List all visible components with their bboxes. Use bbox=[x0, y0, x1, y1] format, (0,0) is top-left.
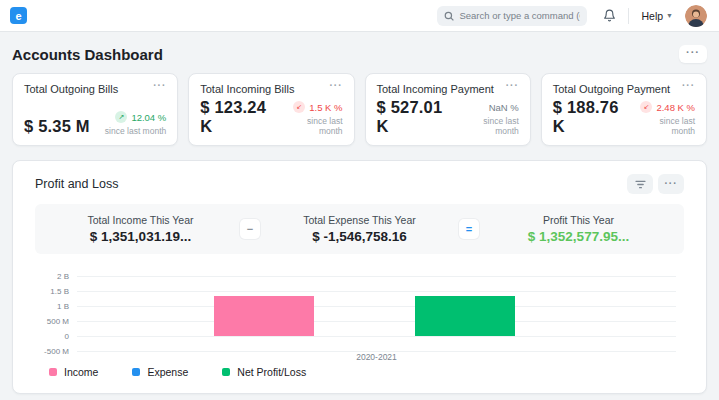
trend-percentage: 2.48 K % bbox=[656, 102, 695, 113]
summary-stat-label: Total Expense This Year bbox=[260, 214, 459, 226]
chart-legend: Income Expense Net Profit/Loss bbox=[13, 364, 706, 378]
page-header: Accounts Dashboard ··· bbox=[0, 32, 719, 73]
help-label: Help bbox=[641, 10, 663, 22]
filter-icon bbox=[635, 180, 646, 189]
nav-divider bbox=[628, 8, 629, 24]
trend-percentage: 12.04 % bbox=[131, 112, 166, 123]
minus-operator-icon: − bbox=[240, 219, 260, 239]
comparison-period-label: since last month bbox=[282, 116, 343, 136]
legend-label: Expense bbox=[147, 366, 188, 378]
stat-card-value: $ 123.24 K bbox=[200, 98, 282, 136]
summary-stat-label: Total Income This Year bbox=[41, 214, 240, 226]
stat-card[interactable]: Total Incoming Payment ··· $ 527.01 K Na… bbox=[365, 73, 531, 146]
legend-swatch-icon bbox=[49, 368, 57, 376]
y-axis-tick-label: 1.5 B bbox=[13, 287, 69, 296]
legend-swatch-icon bbox=[222, 368, 230, 376]
help-menu[interactable]: Help ▼ bbox=[641, 10, 673, 22]
summary-stat-value: $ -1,546,758.16 bbox=[260, 229, 459, 244]
top-navbar: e Search or type a command (Ctrl + G) He… bbox=[0, 0, 719, 32]
legend-item[interactable]: Income bbox=[49, 366, 98, 378]
legend-label: Net Profit/Loss bbox=[237, 366, 306, 378]
gridline bbox=[77, 306, 676, 307]
summary-stat: Total Expense This Year$ -1,546,758.16 bbox=[260, 214, 459, 244]
summary-stat-value: $ 1,352,577.95... bbox=[479, 229, 678, 244]
trend-arrow-icon: ↙ bbox=[293, 101, 305, 113]
trend-arrow-icon: ↗ bbox=[115, 111, 127, 123]
profit-loss-card: Profit and Loss ··· Total Income This Ye… bbox=[12, 160, 707, 394]
equals-operator-icon: = bbox=[459, 219, 479, 239]
stat-card-title: Total Incoming Bills bbox=[200, 83, 294, 95]
legend-swatch-icon bbox=[132, 368, 140, 376]
card-menu-icon[interactable]: ··· bbox=[153, 83, 166, 89]
stat-card-value: $ 527.01 K bbox=[377, 98, 459, 136]
trend-percentage: 1.5 K % bbox=[309, 102, 342, 113]
stat-cards-row: Total Outgoing Bills ··· $ 5.35 M ↗ 12.0… bbox=[0, 73, 719, 146]
page-title: Accounts Dashboard bbox=[12, 46, 163, 63]
user-avatar[interactable] bbox=[685, 5, 707, 27]
gridline bbox=[77, 321, 676, 322]
chart-title: Profit and Loss bbox=[35, 177, 118, 191]
stat-card-value: $ 5.35 M bbox=[24, 117, 90, 136]
trend-percentage: NaN % bbox=[489, 102, 519, 113]
trend-indicator: ↙ 1.5 K % bbox=[282, 101, 343, 113]
notifications-bell-icon[interactable] bbox=[603, 9, 616, 22]
gridline bbox=[77, 276, 676, 277]
stat-card-title: Total Outgoing Payment bbox=[553, 83, 670, 95]
chart-filter-button[interactable] bbox=[627, 174, 653, 194]
bar-chart: 2020-2021 2 B1.5 B1 B500 M0-500 M bbox=[13, 270, 698, 364]
comparison-period-label: since last month bbox=[458, 116, 519, 136]
bar-net-profit-loss[interactable] bbox=[415, 296, 516, 337]
stat-card[interactable]: Total Incoming Bills ··· $ 123.24 K ↙ 1.… bbox=[188, 73, 354, 146]
summary-stat: Total Income This Year$ 1,351,031.19... bbox=[41, 214, 240, 244]
chart-plot bbox=[77, 276, 676, 351]
y-axis-tick-label: 0 bbox=[13, 332, 69, 341]
summary-stat-value: $ 1,351,031.19... bbox=[41, 229, 240, 244]
y-axis-tick-label: 1 B bbox=[13, 302, 69, 311]
ellipsis-icon: ··· bbox=[665, 182, 678, 186]
chevron-down-icon: ▼ bbox=[666, 12, 673, 19]
gridline bbox=[77, 291, 676, 292]
chart-summary-band: Total Income This Year$ 1,351,031.19...−… bbox=[35, 204, 684, 254]
legend-item[interactable]: Net Profit/Loss bbox=[222, 366, 306, 378]
y-axis-tick-label: -500 M bbox=[13, 347, 69, 356]
stat-card[interactable]: Total Outgoing Payment ··· $ 188.76 K ↙ … bbox=[541, 73, 707, 146]
search-icon bbox=[444, 11, 454, 21]
app-logo[interactable]: e bbox=[10, 7, 27, 24]
legend-label: Income bbox=[64, 366, 98, 378]
comparison-period-label: since last month bbox=[105, 126, 166, 136]
bar-income[interactable] bbox=[214, 296, 315, 337]
summary-stat-label: Profit This Year bbox=[479, 214, 678, 226]
card-menu-icon[interactable]: ··· bbox=[682, 83, 695, 89]
stat-card-title: Total Incoming Payment bbox=[377, 83, 494, 95]
trend-arrow-icon: ↙ bbox=[640, 101, 652, 113]
trend-indicator: ↙ 2.48 K % bbox=[634, 101, 695, 113]
legend-item[interactable]: Expense bbox=[132, 366, 188, 378]
x-axis-label: 2020-2021 bbox=[77, 352, 676, 362]
summary-stat: Profit This Year$ 1,352,577.95... bbox=[479, 214, 678, 244]
comparison-period-label: since last month bbox=[634, 116, 695, 136]
chart-menu-button[interactable]: ··· bbox=[658, 174, 684, 194]
trend-indicator: NaN % bbox=[458, 102, 519, 113]
stat-card[interactable]: Total Outgoing Bills ··· $ 5.35 M ↗ 12.0… bbox=[12, 73, 178, 146]
y-axis-tick-label: 2 B bbox=[13, 272, 69, 281]
card-menu-icon[interactable]: ··· bbox=[506, 83, 519, 89]
y-axis-tick-label: 500 M bbox=[13, 317, 69, 326]
stat-card-value: $ 188.76 K bbox=[553, 98, 635, 136]
trend-indicator: ↗ 12.04 % bbox=[105, 111, 166, 123]
gridline bbox=[77, 336, 676, 337]
page-menu-button[interactable]: ··· bbox=[679, 45, 707, 63]
stat-card-title: Total Outgoing Bills bbox=[24, 83, 118, 95]
card-menu-icon[interactable]: ··· bbox=[330, 83, 343, 89]
global-search-input[interactable]: Search or type a command (Ctrl + G) bbox=[437, 6, 587, 26]
search-placeholder: Search or type a command (Ctrl + G) bbox=[459, 10, 580, 21]
